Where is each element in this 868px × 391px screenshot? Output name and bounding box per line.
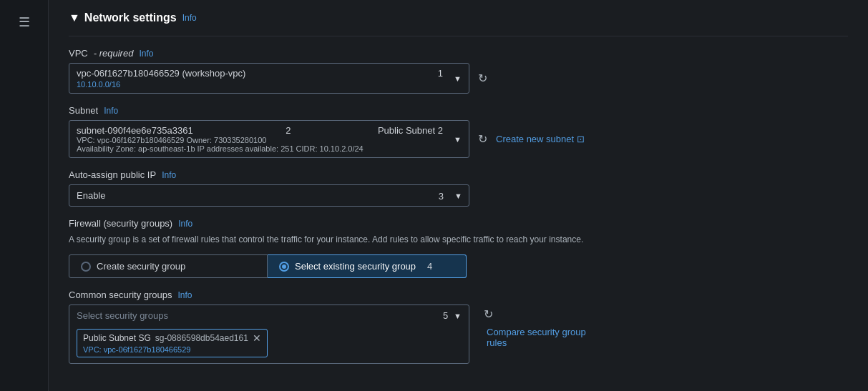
vpc-select-wrapper: vpc-06f1627b180466529 (workshop-vpc) 1 1…: [69, 63, 848, 94]
sidebar: ☰: [0, 0, 49, 391]
sg-tag-vpc: VPC: vpc-06f1627b180466529: [83, 345, 261, 354]
subnet-info-link[interactable]: Info: [104, 106, 118, 116]
subnet-row1: VPC: vpc-06f1627b180466529 Owner: 730335…: [77, 136, 266, 144]
sg-step: 5: [443, 310, 448, 321]
common-sg-label-text: Common security groups: [69, 289, 172, 300]
hamburger-menu-icon[interactable]: ☰: [13, 9, 36, 36]
sg-tag: Public Subnet SG sg-0886598db54aed161 ✕ …: [77, 329, 268, 357]
sg-select-top-row: Select security groups 5 ▼: [69, 305, 469, 326]
vpc-select[interactable]: vpc-06f1627b180466529 (workshop-vpc) 1 1…: [69, 63, 469, 94]
vpc-refresh-button[interactable]: ↻: [475, 69, 490, 88]
common-sg-info-link[interactable]: Info: [178, 290, 192, 300]
sg-placeholder-text: Select security groups: [77, 310, 168, 321]
vpc-value-main: vpc-06f1627b180466529 (workshop-vpc): [77, 68, 245, 79]
common-sg-select[interactable]: Select security groups 5 ▼ Public Subnet…: [69, 305, 469, 364]
sg-refresh-button[interactable]: ↻: [481, 305, 496, 324]
create-sg-label: Create security group: [97, 261, 185, 272]
create-subnet-text: Create new subnet: [496, 134, 574, 144]
subnet-row2: Availability Zone: ap-southeast-1b IP ad…: [77, 144, 364, 153]
firewall-label-text: Firewall (security groups): [69, 218, 172, 229]
firewall-section: Firewall (security groups) Info A securi…: [69, 218, 848, 278]
collapse-triangle-icon[interactable]: ▼: [69, 11, 80, 24]
auto-assign-step: 3: [439, 190, 444, 201]
common-sg-label: Common security groups Info: [69, 289, 848, 300]
create-subnet-external-icon: ⊡: [577, 134, 585, 144]
select-sg-radio-dot: [279, 262, 289, 272]
select-sg-label: Select existing security group: [295, 261, 416, 272]
sg-tag-top: Public Subnet SG sg-0886598db54aed161 ✕: [83, 332, 261, 344]
sg-dropdown-arrow-icon: ▼: [454, 312, 462, 320]
vpc-info-link[interactable]: Info: [139, 49, 153, 59]
right-actions: ↻ Compare security group rules: [481, 305, 586, 348]
sg-tag-name: Public Subnet SG: [83, 333, 151, 343]
select-sg-option[interactable]: Select existing security group 4: [268, 254, 467, 278]
vpc-field-group: VPC - required Info vpc-06f1627b18046652…: [69, 48, 848, 94]
auto-assign-info-link[interactable]: Info: [162, 170, 176, 180]
sg-placeholder-label: Select security groups: [77, 310, 168, 321]
section-title: ▼ Network settings: [69, 11, 177, 24]
subnet-refresh-button[interactable]: ↻: [475, 129, 490, 149]
main-content: ▼ Network settings Info VPC - required I…: [49, 0, 868, 391]
compare-sg-link[interactable]: Compare security group rules: [487, 327, 586, 348]
subnet-select[interactable]: subnet-090f4ee6e735a3361 2 Public Subnet…: [69, 120, 469, 158]
create-sg-option[interactable]: Create security group: [69, 254, 268, 278]
section-info-link[interactable]: Info: [182, 13, 197, 23]
create-subnet-link[interactable]: Create new subnet ⊡: [496, 134, 585, 144]
vpc-required-text: - required: [94, 48, 134, 59]
vpc-label-text: VPC: [69, 48, 88, 59]
common-sg-section: Common security groups Info Select secur…: [69, 289, 848, 364]
auto-assign-select[interactable]: Enable: [69, 184, 469, 207]
subnet-value-main: subnet-090f4ee6e735a3361: [77, 125, 193, 136]
subnet-field-group: Subnet Info subnet-090f4ee6e735a3361 2 P…: [69, 105, 848, 158]
create-sg-radio-dot: [81, 262, 91, 272]
firewall-radio-group: Create security group Select existing se…: [69, 254, 848, 278]
section-header: ▼ Network settings Info: [69, 11, 848, 24]
sg-tag-id: sg-0886598db54aed161: [155, 333, 248, 343]
subnet-value-name: Public Subnet 2: [378, 125, 443, 136]
firewall-step: 4: [427, 261, 432, 272]
firewall-info-link[interactable]: Info: [178, 219, 192, 229]
firewall-label: Firewall (security groups) Info: [69, 218, 848, 229]
auto-assign-field-group: Auto-assign public IP Info Enable 3 ▼: [69, 169, 848, 207]
compare-sg-text: Compare security group rules: [487, 327, 586, 348]
common-sg-row: Select security groups 5 ▼ Public Subnet…: [69, 305, 848, 364]
auto-assign-select-wrapper: Enable 3 ▼: [69, 184, 469, 207]
subnet-field-label: Subnet Info: [69, 105, 848, 116]
auto-assign-label-text: Auto-assign public IP: [69, 169, 156, 180]
vpc-value-sub: 10.10.0.0/16: [77, 80, 120, 89]
section-divider: [69, 36, 848, 36]
auto-assign-label: Auto-assign public IP Info: [69, 169, 848, 180]
section-title-text: Network settings: [84, 11, 177, 24]
vpc-step: 1: [438, 68, 443, 79]
vpc-field-label: VPC - required Info: [69, 48, 848, 59]
firewall-description: A security group is a set of firewall ru…: [69, 233, 848, 246]
subnet-select-wrapper: subnet-090f4ee6e735a3361 2 Public Subnet…: [69, 120, 848, 158]
subnet-step: 2: [286, 125, 291, 136]
subnet-label-text: Subnet: [69, 105, 98, 116]
sg-tag-row: Public Subnet SG sg-0886598db54aed161 ✕ …: [69, 326, 469, 363]
sg-tag-close-button[interactable]: ✕: [253, 332, 261, 344]
